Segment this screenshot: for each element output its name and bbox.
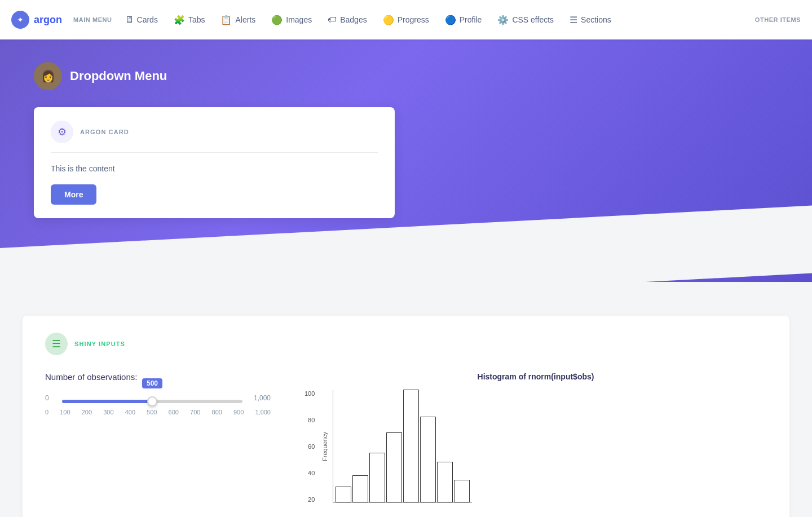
argon-card: ⚙ ARGON CARD This is the content More xyxy=(34,107,395,218)
bar-2 xyxy=(352,475,368,502)
bar-7 xyxy=(437,462,453,502)
bar-4 xyxy=(386,432,402,502)
nav-item-cards[interactable]: 🖥 Cards xyxy=(118,10,165,29)
nav-item-profile[interactable]: 🔵 Profile xyxy=(438,10,489,30)
main-menu-label: Main Menu xyxy=(73,16,112,23)
bar-1 xyxy=(336,487,351,502)
alerts-icon: 📋 xyxy=(220,15,232,25)
nav-label-profile: Profile xyxy=(460,15,482,24)
hero-header: 👩 Dropdown Menu xyxy=(34,62,778,90)
y-tick-80: 80 xyxy=(308,417,315,423)
y-tick-20: 20 xyxy=(308,496,315,503)
nav-label-tabs: Tabs xyxy=(188,15,205,24)
card-title: ARGON CARD xyxy=(80,129,129,135)
chart-title: Histogram of rnorm(input$obs) xyxy=(304,372,767,381)
observations-slider[interactable] xyxy=(62,400,242,403)
page-title: Dropdown Menu xyxy=(70,69,167,83)
nav-item-badges[interactable]: 🏷 Badges xyxy=(321,10,373,29)
nav-label-cards: Cards xyxy=(137,15,158,24)
progress-icon: 🟡 xyxy=(383,15,394,25)
y-tick-60: 60 xyxy=(308,443,315,450)
inputs-layout: Number of observations: 0 500 1,000 0 10… xyxy=(45,372,767,503)
brand-icon: ✦ xyxy=(11,11,29,29)
navbar: ✦ argon Main Menu 🖥 Cards 🧩 Tabs 📋 Alert… xyxy=(0,0,812,39)
nav-label-sections: Sections xyxy=(581,15,611,24)
slider-wrapper: 500 xyxy=(62,391,242,405)
images-icon: 🟢 xyxy=(271,15,283,25)
y-axis-title: Frequency xyxy=(321,390,328,503)
cards-icon: 🖥 xyxy=(125,15,134,25)
sections-icon: ☰ xyxy=(570,15,577,25)
nav-item-alerts[interactable]: 📋 Alerts xyxy=(214,10,262,30)
slider-value-badge: 500 xyxy=(142,378,162,388)
slider-ticks: 0 100 200 300 400 500 600 700 800 900 1,… xyxy=(45,409,271,416)
section-header: ☰ SHINY INPUTS xyxy=(45,333,767,355)
card-content: This is the content xyxy=(51,153,378,184)
brand-text: argon xyxy=(34,14,62,26)
nav-label-progress: Progress xyxy=(398,15,429,24)
nav-item-images[interactable]: 🟢 Images xyxy=(264,10,319,30)
bar-5 xyxy=(403,390,419,502)
nav-item-css-effects[interactable]: ⚙️ CSS effects xyxy=(491,10,561,30)
nav-items: 🖥 Cards 🧩 Tabs 📋 Alerts 🟢 Images 🏷 Badge… xyxy=(118,10,755,30)
profile-icon: 🔵 xyxy=(445,15,456,25)
histogram-bars xyxy=(333,390,472,503)
slider-max: 1,000 xyxy=(248,394,271,402)
y-tick-100: 100 xyxy=(304,390,315,397)
css-effects-icon: ⚙️ xyxy=(497,15,509,25)
y-tick-40: 40 xyxy=(308,470,315,476)
bar-3 xyxy=(369,453,385,502)
slider-min: 0 xyxy=(45,394,56,402)
nav-label-css-effects: CSS effects xyxy=(512,15,554,24)
nav-item-tabs[interactable]: 🧩 Tabs xyxy=(167,10,212,30)
bar-6 xyxy=(420,417,436,502)
more-button[interactable]: More xyxy=(51,184,96,205)
section-title: SHINY INPUTS xyxy=(74,341,125,347)
avatar: 👩 xyxy=(34,62,62,90)
badges-icon: 🏷 xyxy=(328,15,337,25)
tabs-icon: 🧩 xyxy=(174,15,185,25)
chart-panel: Histogram of rnorm(input$obs) 20 40 60 8… xyxy=(304,372,767,503)
card-header-icon: ⚙ xyxy=(51,121,73,143)
other-items-label: Other Items xyxy=(755,16,801,23)
bar-8 xyxy=(454,480,470,502)
nav-item-progress[interactable]: 🟡 Progress xyxy=(376,10,436,30)
card-header: ⚙ ARGON CARD xyxy=(51,121,378,153)
nav-label-alerts: Alerts xyxy=(235,15,255,24)
nav-item-sections[interactable]: ☰ Sections xyxy=(563,10,618,30)
brand: ✦ argon xyxy=(11,11,62,29)
inputs-section: ☰ SHINY INPUTS Number of observations: 0… xyxy=(23,316,789,517)
nav-label-badges: Badges xyxy=(340,15,367,24)
section-icon: ☰ xyxy=(45,333,68,355)
nav-label-images: Images xyxy=(286,15,312,24)
slider-panel: Number of observations: 0 500 1,000 0 10… xyxy=(45,372,271,416)
slider-row: 0 500 1,000 xyxy=(45,391,271,405)
hero-section: 👩 Dropdown Menu ⚙ ARGON CARD This is the… xyxy=(0,39,812,282)
